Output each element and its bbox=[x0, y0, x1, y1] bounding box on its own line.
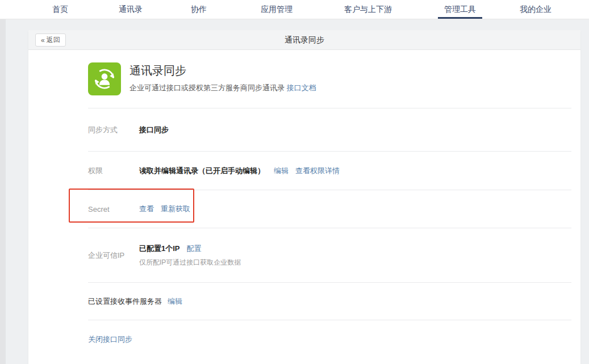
row-secret: Secret 查看 重新获取 bbox=[28, 190, 580, 228]
trusted-ip-value: 已配置1个IP bbox=[139, 244, 180, 254]
nav-tab-collaboration[interactable]: 协作 bbox=[191, 5, 207, 13]
permission-detail-link[interactable]: 查看权限详情 bbox=[295, 166, 340, 176]
top-navigation: 首页 通讯录 协作 应用管理 客户与上下游 管理工具 我的企业 bbox=[0, 0, 589, 19]
app-hero-section: 通讯录同步 企业可通过接口或授权第三方服务商同步通讯录 接口文档 bbox=[28, 50, 580, 108]
nav-tab-contacts[interactable]: 通讯录 bbox=[119, 5, 143, 13]
nav-tab-customers-updown[interactable]: 客户与上下游 bbox=[344, 5, 392, 13]
row-trusted-ip: 企业可信IP 已配置1个IP 配置 仅所配IP可通过接口获取企业数据 bbox=[28, 228, 580, 282]
trusted-ip-note: 仅所配IP可通过接口获取企业数据 bbox=[139, 258, 241, 267]
secret-view-link[interactable]: 查看 bbox=[139, 204, 154, 214]
trusted-ip-config-link[interactable]: 配置 bbox=[187, 244, 202, 254]
nav-tab-admin-tools[interactable]: 管理工具 bbox=[444, 5, 476, 13]
contact-sync-icon bbox=[88, 62, 121, 95]
trusted-ip-label: 企业可信IP bbox=[88, 250, 139, 261]
close-api-sync-link[interactable]: 关闭接口同步 bbox=[88, 334, 132, 345]
page-title: 通讯录同步 bbox=[28, 30, 580, 50]
secret-label: Secret bbox=[88, 205, 139, 214]
event-server-text: 已设置接收事件服务器 bbox=[88, 296, 162, 307]
permission-value: 读取并编辑通讯录（已开启手动编辑） bbox=[139, 166, 265, 176]
api-doc-link[interactable]: 接口文档 bbox=[287, 83, 316, 92]
nav-tab-my-company[interactable]: 我的企业 bbox=[520, 5, 552, 13]
panel-header: « 返回 通讯录同步 bbox=[28, 30, 580, 50]
page-left-gutter bbox=[0, 0, 6, 364]
content-panel: « 返回 通讯录同步 通讯录同步 企业可通过接口或授权第三方服务商同步通讯录 bbox=[28, 30, 580, 364]
row-event-server: 已设置接收事件服务器 编辑 bbox=[28, 283, 580, 320]
nav-tab-app-management[interactable]: 应用管理 bbox=[261, 5, 293, 13]
event-server-edit-link[interactable]: 编辑 bbox=[168, 296, 182, 307]
sync-method-label: 同步方式 bbox=[88, 125, 139, 135]
row-permission: 权限 读取并编辑通讯录（已开启手动编辑） 编辑 查看权限详情 bbox=[28, 152, 580, 190]
secret-refresh-link[interactable]: 重新获取 bbox=[161, 204, 190, 214]
row-sync-method: 同步方式 接口同步 bbox=[28, 108, 580, 151]
row-close-sync: 关闭接口同步 bbox=[28, 320, 580, 358]
nav-tab-home[interactable]: 首页 bbox=[52, 5, 68, 13]
permission-edit-link[interactable]: 编辑 bbox=[274, 166, 289, 176]
panel-body: 通讯录同步 企业可通过接口或授权第三方服务商同步通讯录 接口文档 同步方式 接口… bbox=[28, 50, 580, 358]
sync-method-value: 接口同步 bbox=[139, 125, 169, 135]
app-description: 企业可通过接口或授权第三方服务商同步通讯录 bbox=[130, 83, 285, 92]
app-title: 通讯录同步 bbox=[130, 63, 316, 78]
permission-label: 权限 bbox=[88, 166, 139, 176]
